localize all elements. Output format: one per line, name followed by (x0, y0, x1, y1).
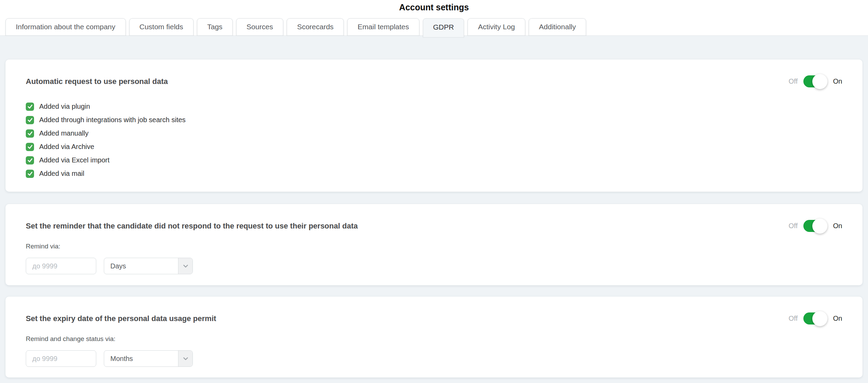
toggle-expiry[interactable] (803, 312, 825, 325)
checkbox-label: Added manually (39, 129, 88, 137)
page-header: Account settings Information about the c… (0, 0, 868, 36)
checkbox-label: Added via Archive (39, 143, 94, 151)
toggle-on-label: On (833, 77, 842, 85)
tab-email-templates[interactable]: Email templates (347, 18, 419, 35)
checkbox-checked-icon[interactable] (26, 129, 34, 138)
checkbox-row-added-via-mail[interactable]: Added via mail (26, 167, 842, 180)
card-reminder-no-response: Set the reminder that the candidate did … (6, 204, 862, 285)
tab-bar: Information about the company Custom fie… (0, 18, 868, 36)
toggle-group-expiry: Off On (789, 312, 842, 325)
remind-via-label: Remind via: (26, 242, 842, 251)
tab-gdpr[interactable]: GDPR (423, 18, 464, 37)
remind-change-status-label: Remind and change status via: (26, 335, 842, 343)
chevron-down-icon[interactable] (178, 258, 193, 274)
chevron-down-icon[interactable] (178, 351, 193, 366)
card-title-reminder: Set the reminder that the candidate did … (26, 221, 358, 231)
checkbox-checked-icon[interactable] (26, 156, 34, 164)
toggle-on-label: On (833, 315, 842, 322)
toggle-knob (812, 74, 827, 89)
checkbox-label: Added via mail (39, 170, 84, 178)
toggle-group-automatic-request: Off On (789, 75, 842, 87)
tab-information-about-the-company[interactable]: Information about the company (6, 18, 126, 35)
right-gutter (864, 36, 868, 383)
source-checklist: Added via plugin Added through integrati… (26, 100, 842, 180)
checkbox-row-added-through-integrations[interactable]: Added through integrations with job sear… (26, 113, 842, 127)
remind-unit-select[interactable]: Days (104, 258, 193, 274)
gdpr-settings-content: Automatic request to use personal data O… (0, 36, 868, 383)
checkbox-checked-icon[interactable] (26, 143, 34, 151)
toggle-on-label: On (833, 222, 842, 230)
toggle-knob (812, 311, 827, 326)
tab-additionally[interactable]: Additionally (529, 18, 586, 35)
tab-scorecards[interactable]: Scorecards (287, 18, 344, 35)
remind-value-input[interactable] (26, 258, 96, 274)
checkbox-row-added-via-plugin[interactable]: Added via plugin (26, 100, 842, 113)
checkbox-label: Added via Excel import (39, 156, 110, 164)
toggle-automatic-request[interactable] (803, 75, 825, 87)
checkbox-row-added-via-archive[interactable]: Added via Archive (26, 140, 842, 153)
toggle-off-label: Off (789, 315, 798, 322)
card-title-automatic-request: Automatic request to use personal data (26, 77, 168, 86)
select-value: Days (104, 262, 178, 270)
card-expiry-date: Set the expiry date of the personal data… (6, 297, 862, 377)
toggle-reminder[interactable] (803, 220, 825, 232)
toggle-off-label: Off (789, 222, 798, 230)
tab-custom-fields[interactable]: Custom fields (129, 18, 194, 35)
card-title-expiry: Set the expiry date of the personal data… (26, 314, 216, 323)
expiry-value-input[interactable] (26, 350, 96, 367)
toggle-group-reminder: Off On (789, 220, 842, 232)
toggle-knob (812, 219, 827, 234)
page-title: Account settings (0, 2, 868, 12)
card-automatic-request: Automatic request to use personal data O… (6, 60, 862, 192)
checkbox-row-added-manually[interactable]: Added manually (26, 127, 842, 140)
tab-activity-log[interactable]: Activity Log (468, 18, 525, 35)
checkbox-row-added-via-excel-import[interactable]: Added via Excel import (26, 153, 842, 167)
checkbox-label: Added via plugin (39, 103, 90, 110)
select-value: Months (104, 355, 178, 363)
tab-tags[interactable]: Tags (197, 18, 233, 35)
tab-sources[interactable]: Sources (236, 18, 283, 35)
checkbox-checked-icon[interactable] (26, 170, 34, 178)
checkbox-label: Added through integrations with job sear… (39, 116, 186, 124)
checkbox-checked-icon[interactable] (26, 103, 34, 111)
checkbox-checked-icon[interactable] (26, 116, 34, 124)
toggle-off-label: Off (789, 77, 798, 85)
expiry-unit-select[interactable]: Months (104, 350, 193, 367)
